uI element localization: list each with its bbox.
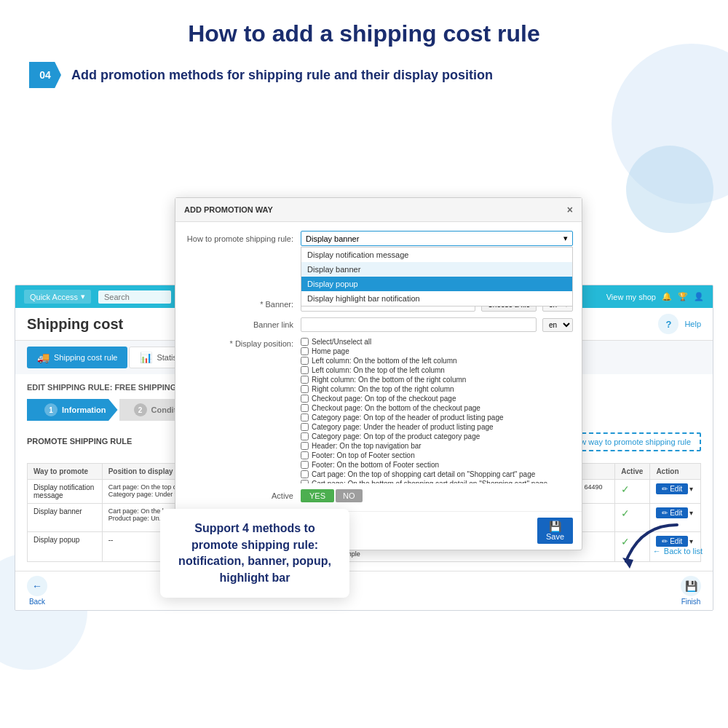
action-cell-1: ✏ Edit ▾	[650, 480, 701, 504]
list-item[interactable]: Footer: On the bottom of Footer section	[301, 461, 573, 469]
active-yes-button[interactable]: YES	[301, 489, 334, 502]
cb-cat-top-header[interactable]	[301, 414, 309, 422]
promote-select[interactable]: Display banner ▾	[301, 231, 573, 246]
back-icon: ←	[27, 576, 47, 596]
view-my-shop-link[interactable]: View my shop	[606, 293, 656, 301]
banner-label: * Banner:	[184, 300, 301, 309]
list-item[interactable]: Header: On the top navigation bar	[301, 442, 573, 450]
edit-button-2[interactable]: ✏ Edit	[656, 507, 688, 518]
svg-marker-0	[622, 558, 633, 569]
chart-icon: 📊	[140, 352, 152, 363]
cb-right-bottom[interactable]	[301, 376, 309, 384]
cb-right-bottom-label: Right column: On the bottom of the right…	[312, 376, 466, 384]
save-disk-icon: 💾	[549, 521, 561, 532]
trophy-icon: 🏆	[678, 292, 688, 301]
admin-bottom-bar: ← Back 💾 Finish	[15, 571, 713, 610]
quick-access-label: Quick Access	[30, 293, 78, 301]
display-position-row: * Display position: Select/Unselect all …	[184, 338, 573, 483]
tooltip-box: Support 4 methods to promote shipping ru…	[160, 509, 349, 598]
cb-checkout-bottom-label: Checkout page: On the bottom of the chec…	[312, 404, 480, 412]
promote-dropdown-menu: Display notification message Display ban…	[301, 247, 573, 306]
admin-page-title: Shipping cost	[27, 316, 123, 333]
list-item[interactable]: Checkout page: On the bottom of the chec…	[301, 404, 573, 412]
bell-icon[interactable]: 🔔	[662, 292, 672, 301]
cb-footer-bottom[interactable]	[301, 461, 309, 469]
dropdown-item-2[interactable]: Display banner	[301, 262, 572, 277]
list-item[interactable]: Right column: On the top of the right co…	[301, 385, 573, 393]
cb-home[interactable]	[301, 347, 309, 355]
quick-access-button[interactable]: Quick Access ▾	[24, 290, 91, 304]
promote-select-container: Display banner ▾ Display notification me…	[301, 231, 573, 246]
way-cell-3: Display popup	[28, 532, 103, 562]
topbar-right: View my shop 🔔 🏆 👤	[606, 292, 704, 301]
list-item[interactable]: Left column: On the top of the left colu…	[301, 366, 573, 374]
page-header: How to add a shipping cost rule	[0, 0, 728, 55]
cb-checkout-top[interactable]	[301, 395, 309, 403]
dropdown-arrow-1[interactable]: ▾	[689, 485, 693, 493]
back-label: Back	[29, 598, 45, 606]
cb-checkout-bottom[interactable]	[301, 404, 309, 412]
dropdown-item-1[interactable]: Display notification message	[301, 248, 572, 262]
list-item[interactable]: Category page: Under the header of produ…	[301, 423, 573, 431]
list-item[interactable]: Category page: On top of the product cat…	[301, 432, 573, 440]
dropdown-item-3[interactable]: Display popup	[301, 277, 572, 291]
promote-section-title: PROMOTE SHIPPING RULE	[27, 437, 132, 446]
active-check-1: ✓	[621, 483, 630, 495]
tooltip-text: Support 4 methods to promote shipping ru…	[172, 521, 338, 586]
list-item[interactable]: Left column: On the bottom of the left c…	[301, 357, 573, 365]
cb-cart-top[interactable]	[301, 470, 309, 478]
active-no-button[interactable]: NO	[336, 489, 363, 502]
way-cell-2: Display banner	[28, 504, 103, 532]
lang-select-link[interactable]: en	[542, 318, 573, 332]
step-row: 04 Add promotion methods for shipping ru…	[0, 55, 728, 95]
edit-button-1[interactable]: ✏ Edit	[656, 483, 688, 494]
step-num-1: 1	[44, 403, 58, 416]
tab-shipping-cost-rule[interactable]: 🚚 Shipping cost rule	[27, 347, 127, 368]
list-item[interactable]: Cart page: On the top of shopping cart d…	[301, 470, 573, 478]
cb-cat-under-header-label: Category page: Under the header of produ…	[312, 423, 494, 431]
banner-link-input[interactable]	[301, 317, 537, 332]
cb-cart-top-label: Cart page: On the top of shopping cart d…	[312, 470, 535, 478]
help-icon[interactable]: ?	[658, 314, 678, 334]
finish-button[interactable]: 💾 Finish	[681, 576, 701, 606]
user-icon[interactable]: 👤	[694, 292, 704, 301]
col-active: Active	[615, 464, 650, 480]
list-item[interactable]: Cart page: On the bottom of shopping car…	[301, 480, 573, 483]
checkbox-select-all-input[interactable]	[301, 338, 309, 346]
checkbox-select-all[interactable]: Select/Unselect all	[301, 338, 573, 346]
cb-header[interactable]	[301, 442, 309, 450]
dropdown-item-4[interactable]: Display highlight bar notification	[301, 291, 572, 306]
dropdown-arrow-2[interactable]: ▾	[689, 509, 693, 517]
cb-cat-top-category[interactable]	[301, 432, 309, 440]
modal-title: ADD PROMOTION WAY	[184, 205, 273, 214]
col-way: Way to promote	[28, 464, 103, 480]
cb-cat-top-header-label: Category page: On top of the header of p…	[312, 414, 504, 422]
cb-header-label: Header: On the top navigation bar	[312, 442, 422, 450]
save-label: Save	[546, 532, 564, 541]
checkbox-list: Select/Unselect all Home page Left colum…	[301, 338, 573, 483]
list-item[interactable]: Footer: On top of Footer section	[301, 451, 573, 459]
list-item[interactable]: Checkout page: On top of the checkout pa…	[301, 395, 573, 403]
cb-footer-top[interactable]	[301, 451, 309, 459]
finish-label: Finish	[681, 598, 701, 606]
back-button[interactable]: ← Back	[27, 576, 47, 606]
search-input[interactable]	[98, 290, 171, 304]
close-icon[interactable]: ×	[567, 204, 573, 215]
wizard-step-1[interactable]: 1 Information	[27, 399, 118, 421]
display-position-label: * Display position:	[184, 338, 301, 348]
col-action: Action	[650, 464, 701, 480]
list-item[interactable]: Right column: On the bottom of the right…	[301, 376, 573, 384]
checkbox-home[interactable]: Home page	[301, 347, 573, 355]
banner-link-label: Banner link	[184, 320, 301, 329]
cb-cat-under-header[interactable]	[301, 423, 309, 431]
list-item[interactable]: Category page: On top of the header of p…	[301, 414, 573, 422]
cb-cart-bottom[interactable]	[301, 480, 309, 483]
cb-checkout-top-label: Checkout page: On top of the checkout pa…	[312, 395, 456, 403]
save-button[interactable]: 💾 Save	[537, 518, 573, 544]
cb-right-top[interactable]	[301, 385, 309, 393]
cb-left-bottom[interactable]	[301, 357, 309, 365]
cb-left-top[interactable]	[301, 366, 309, 374]
curved-arrow-svg	[619, 518, 692, 576]
cb-left-top-label: Left column: On the top of the left colu…	[312, 366, 445, 374]
way-cell-1: Display notificationmessage	[28, 480, 103, 504]
